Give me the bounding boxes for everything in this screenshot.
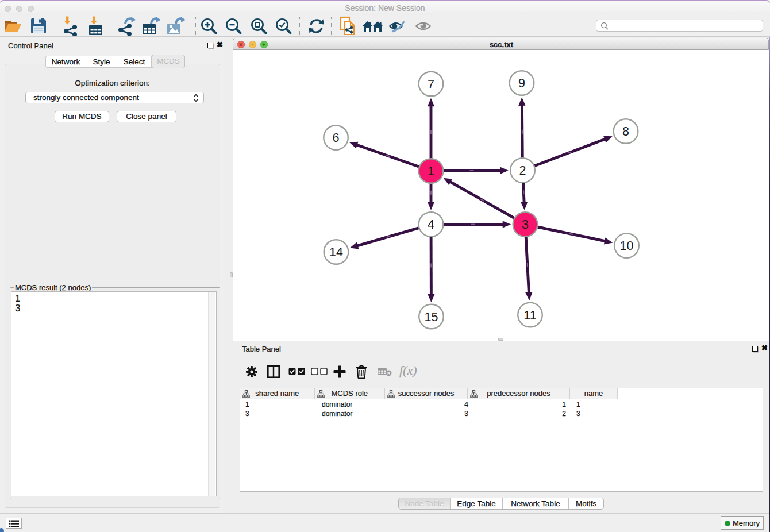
svg-text:14: 14 [329,245,343,259]
svg-text:2: 2 [519,164,526,178]
svg-text:11: 11 [523,309,536,322]
svg-text:9: 9 [518,76,525,90]
svg-text:7: 7 [428,78,434,91]
svg-text:1: 1 [428,164,434,178]
svg-text:4: 4 [428,218,434,232]
svg-text:6: 6 [333,131,340,145]
svg-text:10: 10 [620,239,634,253]
svg-text:3: 3 [522,218,529,232]
svg-text:15: 15 [425,310,438,324]
svg-text:8: 8 [622,125,629,138]
